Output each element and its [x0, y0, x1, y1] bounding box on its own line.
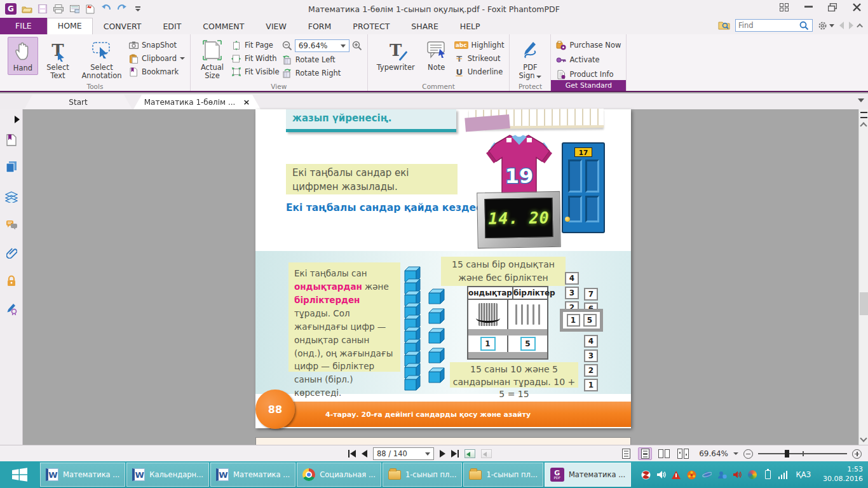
tab-start-page[interactable]: Start: [24, 95, 132, 109]
find-next-icon[interactable]: [849, 22, 853, 29]
product-info-button[interactable]: Product Info: [556, 69, 621, 80]
tray-red-app-icon[interactable]: [641, 470, 651, 480]
print-icon[interactable]: [53, 3, 64, 15]
rotate-left-button[interactable]: Rotate Left: [282, 54, 362, 65]
open-file-icon[interactable]: [21, 3, 32, 15]
tray-audio-icon[interactable]: [733, 470, 742, 480]
tab-file[interactable]: FILE: [0, 18, 47, 34]
language-indicator[interactable]: ҚАЗ: [796, 470, 811, 479]
tray-daemon-icon[interactable]: [748, 470, 757, 480]
vertical-scrollbar[interactable]: [858, 109, 868, 445]
tab-share[interactable]: SHARE: [400, 19, 449, 34]
fit-visible-button[interactable]: Fit Visible: [231, 66, 280, 78]
activate-button[interactable]: Activate: [556, 54, 621, 65]
status-zoom-caret[interactable]: [733, 452, 738, 455]
select-text-button[interactable]: T Select Text: [41, 37, 75, 82]
signature-panel-icon[interactable]: [5, 302, 18, 315]
single-page-view-button[interactable]: [619, 447, 633, 460]
attachments-panel-icon[interactable]: [5, 247, 18, 259]
search-icon[interactable]: [799, 21, 809, 30]
minimize-button[interactable]: [803, 3, 813, 11]
taskbar-clock[interactable]: 1:53 30.08.2016: [823, 465, 863, 484]
find-input[interactable]: [738, 21, 799, 30]
tray-flower-icon[interactable]: [687, 470, 696, 480]
page-number-combobox[interactable]: 88 / 140: [373, 447, 434, 460]
tab-convert[interactable]: CONVERT: [93, 19, 153, 34]
save-icon[interactable]: [37, 3, 48, 15]
clipboard-button[interactable]: Clipboard: [128, 53, 185, 64]
layers-panel-icon[interactable]: [5, 191, 18, 203]
note-button[interactable]: Note: [421, 37, 452, 74]
scroll-down-icon[interactable]: [860, 435, 867, 442]
facing-view-button[interactable]: [657, 447, 671, 460]
split-view-handle[interactable]: [860, 112, 867, 118]
bookmarks-panel-icon[interactable]: [5, 133, 18, 146]
actual-size-button[interactable]: Actual Size: [196, 37, 229, 82]
zoom-in-button[interactable]: [852, 449, 862, 459]
tray-network-icon[interactable]: [778, 470, 788, 480]
next-page-button[interactable]: [440, 450, 445, 458]
scrollbar-thumb[interactable]: [860, 292, 868, 315]
search-folder-icon[interactable]: [718, 20, 730, 32]
zoom-slider[interactable]: [758, 453, 847, 454]
taskbar-folder-button-2[interactable]: 1-сынып пл...: [463, 463, 543, 487]
find-options-gear-icon[interactable]: [818, 21, 834, 30]
collapse-ribbon-icon[interactable]: [857, 23, 863, 29]
pdf-sign-button[interactable]: PDF Sign: [515, 37, 545, 82]
find-previous-icon[interactable]: [839, 22, 844, 29]
continuous-facing-view-button[interactable]: [676, 447, 690, 460]
taskbar-word-button-1[interactable]: WМатематика ...: [40, 463, 125, 487]
previous-page-button[interactable]: [362, 450, 367, 458]
redo-icon[interactable]: [116, 3, 128, 15]
underline-button[interactable]: U Underline: [454, 66, 505, 78]
email-icon[interactable]: [69, 3, 80, 15]
taskbar-word-button-3[interactable]: WМатематика ...: [210, 463, 295, 487]
tab-edit[interactable]: EDIT: [152, 19, 192, 34]
last-page-button[interactable]: [451, 450, 459, 458]
highlight-button[interactable]: abc Highlight: [454, 39, 505, 51]
first-page-button[interactable]: [348, 450, 356, 458]
taskbar-chrome-button[interactable]: Социальная ...: [297, 463, 381, 487]
zoom-in-icon[interactable]: [352, 41, 362, 51]
close-button[interactable]: [851, 3, 862, 11]
tab-protect[interactable]: PROTECT: [342, 19, 400, 34]
tray-battery-icon[interactable]: [763, 470, 773, 480]
tray-messenger-icon[interactable]: [717, 470, 727, 480]
document-area[interactable]: жазып үйренесің. 19 17: [24, 109, 858, 445]
previous-view-button[interactable]: [465, 449, 475, 458]
tab-help[interactable]: HELP: [449, 19, 491, 34]
undo-icon[interactable]: [100, 3, 112, 15]
zoom-slider-thumb[interactable]: [785, 450, 789, 458]
fit-page-button[interactable]: Fit Page: [231, 39, 280, 51]
fit-width-button[interactable]: Fit Width: [231, 53, 280, 64]
scroll-up-icon[interactable]: [860, 122, 867, 129]
restore-button[interactable]: [827, 3, 837, 11]
continuous-view-button[interactable]: [638, 447, 652, 460]
tab-view[interactable]: VIEW: [255, 19, 297, 34]
rotate-right-button[interactable]: Rotate Right: [282, 67, 362, 79]
tab-active-document[interactable]: Математика 1-бөлім ... ×: [133, 95, 261, 109]
snapshot-button[interactable]: SnapShot: [128, 39, 185, 51]
tray-planet-icon[interactable]: [702, 470, 712, 480]
arrange-windows-icon[interactable]: [779, 3, 789, 11]
pages-panel-icon[interactable]: [5, 160, 18, 173]
tab-comment[interactable]: COMMENT: [192, 19, 255, 34]
zoom-out-button[interactable]: [743, 449, 753, 459]
tab-list-dropdown-icon[interactable]: [858, 98, 864, 102]
strikeout-button[interactable]: T Strikeout: [454, 53, 505, 64]
zoom-out-icon[interactable]: [282, 41, 292, 51]
start-button[interactable]: [0, 461, 39, 488]
bookmark-button[interactable]: Bookmark: [128, 66, 185, 78]
tray-warning-icon[interactable]: [672, 470, 681, 480]
expand-panel-icon[interactable]: [15, 116, 20, 123]
close-tab-icon[interactable]: ×: [243, 97, 250, 107]
tab-home[interactable]: HOME: [47, 18, 93, 34]
taskbar-folder-button-1[interactable]: 1-сынып пл...: [383, 463, 462, 487]
taskbar-word-button-2[interactable]: WКальендарн...: [126, 463, 209, 487]
typewriter-button[interactable]: T Typewriter: [373, 37, 419, 74]
select-annotation-button[interactable]: Select Annotation: [78, 37, 126, 82]
customize-toolbar-icon[interactable]: [132, 3, 144, 15]
tray-volume-icon[interactable]: [656, 470, 666, 480]
zoom-level-combobox[interactable]: 69.64%: [295, 39, 349, 52]
tab-form[interactable]: FORM: [297, 19, 342, 34]
